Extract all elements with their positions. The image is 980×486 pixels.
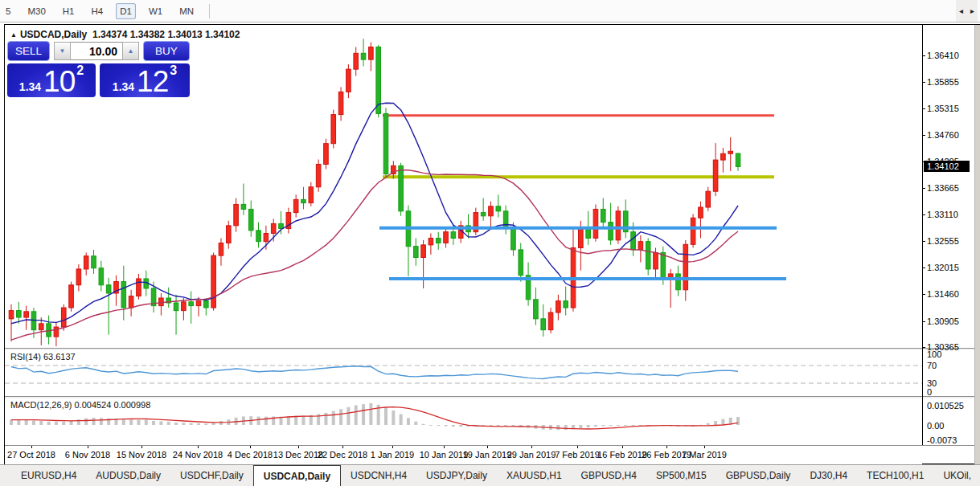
date-label: 27 Oct 2018 xyxy=(7,450,55,459)
price-label: 1.30905 xyxy=(927,317,974,326)
timeframe-button-W1[interactable]: W1 xyxy=(145,3,166,19)
date-label: 7 Feb 2019 xyxy=(555,450,600,459)
price-label: 1.35315 xyxy=(927,104,974,113)
price-tick xyxy=(922,321,925,322)
buy-price-box[interactable]: 1.34 12 3 xyxy=(100,63,190,97)
date-label: 13 Dec 2018 xyxy=(273,450,323,459)
date-label: 6 Nov 2018 xyxy=(65,450,110,459)
date-label: 7 Mar 2019 xyxy=(682,450,727,459)
macd-scale-label: 0.00 xyxy=(927,421,944,431)
buy-price-sup: 3 xyxy=(170,67,177,75)
rsi-scale-label: 0 xyxy=(927,387,932,397)
tab-scroll-right-icon[interactable]: ▸ xyxy=(970,6,974,15)
chart-tab-tech100-h1[interactable]: TECH100,H1 xyxy=(857,465,933,486)
price-tick xyxy=(922,82,925,83)
price-label: 1.36410 xyxy=(927,51,974,60)
macd-label: MACD(12,26,9) 0.004524 0.000998 xyxy=(10,400,150,410)
volume-decrease-button[interactable]: ▼ xyxy=(54,42,71,60)
sell-price-box[interactable]: 1.34 10 2 xyxy=(7,63,96,97)
price-tick xyxy=(922,268,925,268)
price-label: 1.33110 xyxy=(927,210,974,219)
sell-price-prefix: 1.34 xyxy=(19,79,41,95)
volume-increase-button[interactable]: ▲ xyxy=(122,42,139,60)
date-tick xyxy=(487,446,488,448)
toolbar-separator xyxy=(209,4,210,18)
buy-button[interactable]: BUY xyxy=(143,41,190,61)
price-tick xyxy=(922,108,925,109)
chart-tab-usdcad-daily[interactable]: USDCAD,Daily xyxy=(253,465,341,486)
date-tick xyxy=(704,446,705,448)
price-tick xyxy=(922,55,925,56)
price-label: 1.33665 xyxy=(927,183,974,193)
price-tick xyxy=(922,135,925,136)
date-tick xyxy=(577,446,578,448)
chart-tab-eurusd-h4[interactable]: EURUSD,H4 xyxy=(11,465,86,486)
chart-tabs-bar: EURUSD,H4AUDUSD,DailyUSDCHF,DailyUSDCAD,… xyxy=(0,464,980,486)
date-tick xyxy=(298,446,299,448)
date-tick xyxy=(392,446,393,448)
timeframe-button-M30[interactable]: M30 xyxy=(23,3,49,19)
date-label: 15 Nov 2018 xyxy=(117,450,166,459)
chart-window: ▲USDCAD,Daily 1.34374 1.34382 1.34013 1.… xyxy=(4,24,980,464)
tab-scroll-controls: ◂ ▸ xyxy=(956,0,978,22)
chart-tab-audusd-daily[interactable]: AUDUSD,Daily xyxy=(86,465,170,486)
date-tick xyxy=(141,446,142,448)
date-tick xyxy=(531,446,532,448)
timeframe-button-D1[interactable]: D1 xyxy=(116,3,136,19)
chart-tab-usdchf-daily[interactable]: USDCHF,Daily xyxy=(170,465,253,486)
timeframe-button-MN[interactable]: MN xyxy=(175,3,198,19)
chart-quote-ohlc: 1.34374 1.34382 1.34013 1.34102 xyxy=(92,29,240,40)
timeframe-button-H1[interactable]: H1 xyxy=(59,3,79,19)
axis-separator xyxy=(922,25,923,445)
date-label: 19 Jan 2019 xyxy=(463,450,512,459)
date-tick xyxy=(444,446,445,448)
rsi-scale-label: 70 xyxy=(927,361,937,370)
date-tick xyxy=(88,446,88,448)
chart-tab-sp500-m15[interactable]: SP500,M15 xyxy=(646,465,716,486)
chart-tab-gbpusd-h4[interactable]: GBPUSD,H4 xyxy=(572,465,646,486)
rsi-scale-label: 100 xyxy=(927,349,941,359)
chart-tab-usdjpy-daily[interactable]: USDJPY,Daily xyxy=(416,465,497,486)
price-tick xyxy=(922,294,925,295)
date-label: 24 Nov 2018 xyxy=(173,450,223,459)
macd-scale-label: 0.010525 xyxy=(927,401,964,410)
date-tick xyxy=(198,446,199,448)
window-scrollbar[interactable] xyxy=(974,25,980,464)
price-label: 1.32555 xyxy=(927,236,974,246)
date-tick xyxy=(622,446,623,448)
price-label: 1.35855 xyxy=(927,77,974,87)
price-label: 1.31460 xyxy=(927,289,974,299)
chart-tab-usdcnh-h4[interactable]: USDCNH,H4 xyxy=(341,465,416,486)
date-tick xyxy=(250,446,251,448)
sell-price-sup: 2 xyxy=(76,67,84,75)
volume-input[interactable] xyxy=(71,42,122,60)
timeframe-button-5[interactable]: 5 xyxy=(2,3,14,19)
chart-title: ▲USDCAD,Daily 1.34374 1.34382 1.34013 1.… xyxy=(10,29,240,40)
timeframe-toolbar: 5M30H1H4D1W1MN xyxy=(0,0,980,22)
date-tick xyxy=(666,446,667,448)
chart-tab-ukoil-[interactable]: UKOil, xyxy=(933,465,980,486)
date-label: 1 Jan 2019 xyxy=(371,450,414,459)
buy-price-prefix: 1.34 xyxy=(113,79,134,95)
date-tick xyxy=(31,446,32,448)
price-tick xyxy=(922,347,925,348)
date-axis[interactable]: 27 Oct 20186 Nov 201815 Nov 201824 Nov 2… xyxy=(5,446,922,464)
price-label: 1.34760 xyxy=(927,130,974,140)
date-label: 10 Jan 2019 xyxy=(420,450,469,459)
current-price-badge: 1.34102 xyxy=(924,161,970,172)
macd-scale-label: -0.0073 xyxy=(927,435,957,445)
chart-tab-xauusd-h1[interactable]: XAUUSD,H1 xyxy=(497,465,572,486)
rsi-indicator-canvas[interactable] xyxy=(5,350,922,396)
date-label: 4 Dec 2018 xyxy=(228,450,273,459)
buy-price-big: 12 xyxy=(137,68,168,95)
chart-tab-dj30-h4[interactable]: DJ30,H4 xyxy=(800,465,857,486)
chart-tab-gbpusd-daily[interactable]: GBPUSD,Daily xyxy=(716,465,801,486)
collapse-panel-icon[interactable]: ▲ xyxy=(10,31,17,39)
one-click-trade-panel: SELL ▼ ▲ BUY 1.34 10 2 1.34 12 3 xyxy=(7,40,190,97)
tab-scroll-left-icon[interactable]: ◂ xyxy=(959,6,963,15)
price-tick xyxy=(922,214,925,215)
sell-button[interactable]: SELL xyxy=(7,41,50,61)
timeframe-button-H4[interactable]: H4 xyxy=(87,3,107,19)
date-label: 22 Dec 2018 xyxy=(318,450,367,459)
date-label: 16 Feb 2019 xyxy=(597,450,647,459)
